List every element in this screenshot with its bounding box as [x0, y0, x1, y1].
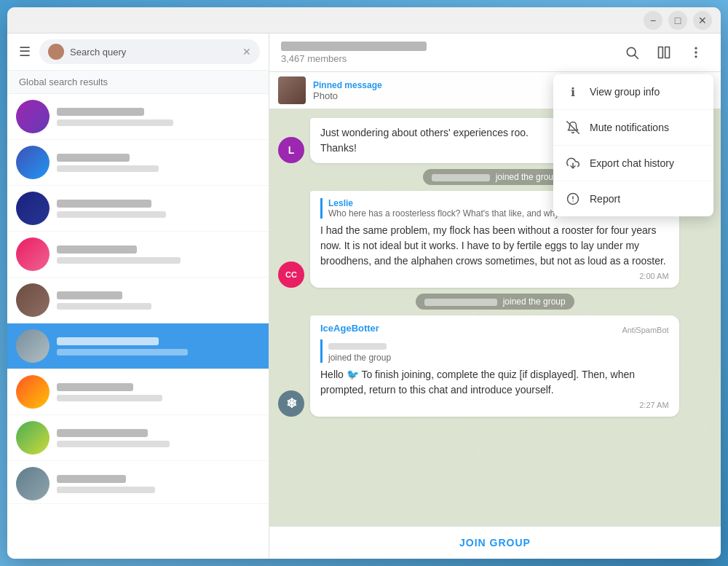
svg-line-7	[567, 122, 579, 134]
message-row: L Just wondering about others' experienc…	[278, 118, 577, 163]
list-item[interactable]	[7, 461, 269, 504]
list-item[interactable]	[7, 278, 269, 323]
message-bubble: IceAgeBotter AntiSpamBot joined the grou…	[310, 315, 679, 417]
svg-point-6	[695, 56, 697, 58]
mute-icon	[565, 119, 581, 135]
menu-item-report[interactable]: Report	[553, 181, 713, 216]
join-notice-text: joined the group	[503, 296, 566, 307]
svg-rect-3	[665, 47, 670, 58]
window-controls: − □ ✕	[644, 11, 712, 30]
list-item[interactable]	[7, 369, 269, 415]
chat-list	[7, 94, 269, 559]
chat-name-header	[281, 41, 612, 53]
avatar: ❄	[278, 390, 304, 417]
svg-point-4	[695, 47, 697, 49]
list-item-active[interactable]	[7, 323, 269, 369]
join-notice: joined the group	[423, 169, 566, 185]
chat-name	[57, 383, 133, 391]
quote-text: joined the group	[328, 353, 669, 363]
search-input-wrapper: Search query ✕	[39, 39, 260, 64]
chat-preview	[57, 257, 181, 264]
list-item[interactable]	[7, 186, 269, 232]
chat-preview	[57, 119, 173, 126]
chat-name	[57, 475, 126, 483]
chat-members-count: 3,467 members	[281, 53, 612, 64]
chat-preview	[57, 441, 170, 447]
title-bar: − □ ✕	[7, 7, 721, 34]
sidebar: ☰ Search query ✕ Global search results	[7, 34, 269, 559]
quote-block: joined the group	[320, 339, 669, 363]
search-avatar	[48, 44, 64, 60]
menu-item-label: Mute notifications	[590, 122, 669, 133]
list-item[interactable]	[7, 140, 269, 186]
info-icon: ℹ	[565, 84, 581, 100]
chat-preview	[57, 211, 166, 218]
message-bubble: Just wondering about others' experiences…	[310, 118, 565, 163]
menu-item-view-group-info[interactable]: ℹ View group info	[553, 74, 713, 110]
chat-info	[57, 291, 260, 310]
search-bar: ☰ Search query ✕	[7, 34, 269, 71]
message-row: ❄ IceAgeBotter AntiSpamBot joined the gr…	[278, 315, 712, 417]
header-actions	[619, 39, 709, 66]
menu-item-label: View group info	[590, 86, 660, 98]
chat-preview	[57, 303, 151, 310]
chat-info	[57, 154, 260, 172]
search-button[interactable]	[619, 39, 645, 66]
chat-preview	[57, 165, 159, 172]
message-text: Hello 🐦 To finish joining, complete the …	[320, 367, 669, 398]
chat-info	[57, 108, 260, 126]
clear-icon[interactable]: ✕	[242, 46, 251, 58]
minimize-button[interactable]: −	[644, 11, 662, 30]
message-time: 2:27 AM	[320, 401, 669, 409]
chat-info	[57, 200, 260, 218]
message-time: 2:00 AM	[320, 272, 669, 280]
chat-name	[57, 291, 122, 299]
chat-header: 3,467 members	[269, 34, 721, 72]
app-window: − □ ✕ ☰ Search query ✕ Global search res…	[7, 7, 721, 559]
menu-item-label: Report	[590, 193, 620, 205]
chat-preview	[57, 487, 155, 493]
avatar: CC	[278, 262, 304, 288]
list-item[interactable]	[7, 415, 269, 461]
join-group-button[interactable]: JOIN GROUP	[459, 537, 531, 549]
message-text: Just wondering about others' experiences…	[320, 125, 555, 156]
bot-label: AntiSpamBot	[622, 326, 668, 334]
hamburger-icon[interactable]: ☰	[16, 41, 33, 63]
join-notice: joined the group	[416, 294, 574, 310]
avatar: L	[278, 137, 304, 163]
chat-name	[57, 200, 151, 208]
message-author: IceAgeBotter	[320, 323, 379, 334]
menu-item-label: Export chat history	[590, 157, 674, 169]
chat-info	[57, 429, 260, 447]
list-item[interactable]	[7, 94, 269, 140]
more-button[interactable]	[683, 39, 709, 66]
svg-line-1	[635, 55, 638, 59]
chat-name	[57, 154, 130, 162]
pinned-thumbnail	[278, 76, 306, 104]
columns-button[interactable]	[651, 39, 677, 66]
chat-info	[57, 245, 260, 264]
chat-info	[57, 475, 260, 493]
menu-item-mute-notifications[interactable]: Mute notifications	[553, 110, 713, 146]
chat-preview	[57, 395, 162, 401]
join-notice-text: joined the group	[496, 172, 558, 182]
report-icon	[565, 191, 581, 207]
message-text: I had the same problem, my flock has bee…	[320, 223, 669, 269]
list-item[interactable]	[7, 232, 269, 278]
menu-item-export-chat-history[interactable]: Export chat history	[553, 146, 713, 181]
chat-name	[57, 245, 137, 253]
context-menu: ℹ View group info Mute notifications	[553, 74, 713, 216]
chat-name	[57, 108, 144, 116]
chat-name	[57, 337, 159, 345]
chat-info	[57, 337, 260, 355]
export-icon	[565, 155, 581, 171]
chat-name	[57, 429, 148, 437]
maximize-button[interactable]: □	[668, 11, 687, 30]
svg-rect-2	[659, 47, 663, 58]
chat-panel: 3,467 members	[269, 34, 721, 559]
join-group-bar: JOIN GROUP	[269, 526, 721, 559]
close-button[interactable]: ✕	[693, 11, 712, 30]
svg-point-5	[695, 52, 697, 53]
main-layout: ☰ Search query ✕ Global search results	[7, 34, 721, 559]
search-value: Search query	[70, 47, 237, 58]
